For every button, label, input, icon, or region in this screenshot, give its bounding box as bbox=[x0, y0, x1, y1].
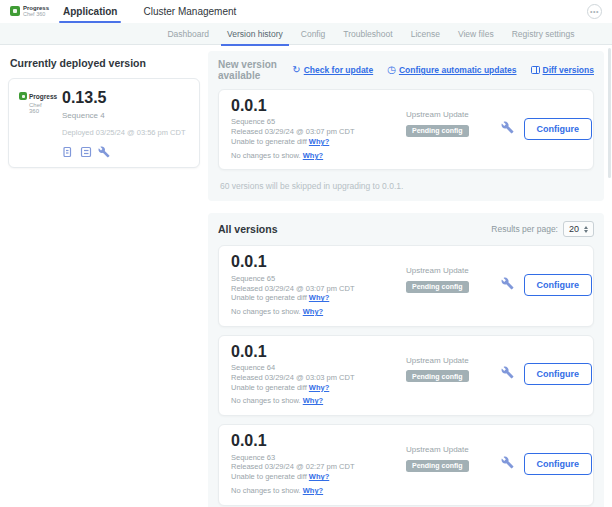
deployed-sequence: Sequence 4 bbox=[62, 111, 189, 120]
preflight-checklist-icon[interactable] bbox=[80, 146, 92, 158]
version-source: Upstream Update bbox=[406, 110, 501, 119]
version-sequence: Sequence 64 bbox=[231, 363, 406, 373]
version-number: 0.0.1 bbox=[231, 97, 406, 115]
version-row: 0.0.1 Sequence 64 Released 03/29/24 @ 03… bbox=[218, 335, 594, 416]
version-source: Upstream Update bbox=[406, 266, 501, 275]
deployed-panel-title: Currently deployed version bbox=[10, 57, 200, 69]
nav-dashboard[interactable]: Dashboard bbox=[167, 23, 209, 45]
version-source: Upstream Update bbox=[406, 445, 501, 454]
results-per-page-select[interactable]: 20 bbox=[563, 221, 594, 237]
nav-troubleshoot[interactable]: Troubleshoot bbox=[343, 23, 392, 45]
deployed-timestamp: Deployed 03/25/24 @ 03:56 pm CDT bbox=[62, 128, 189, 137]
version-released: Released 03/29/24 @ 03:03 pm CDT bbox=[231, 373, 406, 383]
diff-status-text: Unable to generate diff bbox=[231, 293, 307, 302]
tab-application[interactable]: Application bbox=[63, 0, 117, 23]
check-for-update-link[interactable]: ↻ Check for update bbox=[292, 65, 373, 75]
edit-config-wrench-icon[interactable] bbox=[501, 120, 514, 138]
new-version-title: New version available bbox=[218, 59, 292, 81]
results-per-page-value: 20 bbox=[569, 224, 579, 234]
changes-text: No changes to show. bbox=[231, 396, 301, 405]
refresh-icon: ↻ bbox=[292, 65, 300, 75]
skip-versions-note: 60 versions will be skipped in upgrading… bbox=[220, 181, 594, 191]
edit-config-wrench-icon[interactable] bbox=[501, 276, 514, 294]
version-diff-icon[interactable] bbox=[62, 146, 74, 158]
version-number: 0.0.1 bbox=[231, 343, 406, 361]
diff-status-text: Unable to generate diff bbox=[231, 472, 307, 481]
clock-icon: ◷ bbox=[387, 65, 396, 75]
changes-text: No changes to show. bbox=[231, 307, 301, 316]
status-badge: Pending config bbox=[406, 460, 469, 472]
deployed-version-number: 0.13.5 bbox=[62, 89, 189, 107]
status-badge: Pending config bbox=[406, 370, 469, 382]
deployed-app-logo: Progress Chef 360 bbox=[19, 89, 53, 158]
results-per-page-label: Results per page: bbox=[491, 224, 558, 234]
changes-why-link[interactable]: Why? bbox=[303, 486, 323, 495]
diff-why-link[interactable]: Why? bbox=[309, 472, 329, 481]
diff-status-text: Unable to generate diff bbox=[231, 137, 307, 146]
product-name: Chef 360 bbox=[23, 12, 49, 18]
version-row: 0.0.1 Sequence 63 Released 03/29/24 @ 02… bbox=[218, 424, 594, 505]
stepper-arrows-icon bbox=[584, 226, 588, 234]
diff-versions-link[interactable]: Diff versions bbox=[531, 65, 595, 75]
changes-why-link[interactable]: Why? bbox=[303, 307, 323, 316]
changes-text: No changes to show. bbox=[231, 486, 301, 495]
new-version-section: New version available ↻ Check for update… bbox=[208, 51, 604, 201]
version-source: Upstream Update bbox=[406, 356, 501, 365]
deployed-version-card: Progress Chef 360 0.13.5 Sequence 4 Depl… bbox=[8, 78, 200, 168]
nav-config[interactable]: Config bbox=[301, 23, 326, 45]
diff-columns-icon bbox=[531, 66, 540, 74]
configure-button[interactable]: Configure bbox=[524, 274, 593, 296]
brand-logo-icon bbox=[10, 6, 20, 16]
diff-why-link[interactable]: Why? bbox=[309, 383, 329, 392]
brand-name: Progress bbox=[29, 93, 57, 100]
app-logo: Progress Chef 360 bbox=[10, 5, 49, 18]
all-versions-section: All versions Results per page: 20 0.0.1 … bbox=[208, 213, 604, 507]
configure-button[interactable]: Configure bbox=[524, 453, 593, 475]
edit-config-wrench-icon[interactable] bbox=[98, 146, 110, 158]
version-number: 0.0.1 bbox=[231, 432, 406, 450]
tab-cluster-management[interactable]: Cluster Management bbox=[143, 0, 236, 23]
status-badge: Pending config bbox=[406, 281, 469, 293]
nav-version-history[interactable]: Version history bbox=[227, 23, 283, 45]
version-sequence: Sequence 65 bbox=[231, 117, 406, 127]
version-released: Released 03/29/24 @ 02:27 pm CDT bbox=[231, 462, 406, 472]
version-row: 0.0.1 Sequence 65 Released 03/29/24 @ 03… bbox=[218, 245, 594, 326]
configure-button[interactable]: Configure bbox=[524, 118, 593, 140]
ellipsis-menu-button[interactable]: ••• bbox=[587, 4, 602, 19]
changes-text: No changes to show. bbox=[231, 151, 301, 160]
diff-why-link[interactable]: Why? bbox=[309, 293, 329, 302]
version-sequence: Sequence 65 bbox=[231, 274, 406, 284]
nav-registry-settings[interactable]: Registry settings bbox=[512, 23, 575, 45]
nav-view-files[interactable]: View files bbox=[458, 23, 494, 45]
scrollbar-thumb[interactable] bbox=[608, 48, 611, 178]
secondary-nav: Dashboard Version history Config Trouble… bbox=[0, 23, 612, 45]
edit-config-wrench-icon[interactable] bbox=[501, 455, 514, 473]
version-released: Released 03/29/24 @ 03:07 pm CDT bbox=[231, 127, 406, 137]
deployed-version-panel: Currently deployed version Progress Chef… bbox=[8, 51, 200, 168]
diff-status-text: Unable to generate diff bbox=[231, 383, 307, 392]
version-released: Released 03/29/24 @ 03:07 pm CDT bbox=[231, 284, 406, 294]
changes-why-link[interactable]: Why? bbox=[303, 151, 323, 160]
diff-why-link[interactable]: Why? bbox=[309, 137, 329, 146]
configure-automatic-updates-link[interactable]: ◷ Configure automatic updates bbox=[387, 65, 516, 75]
version-number: 0.0.1 bbox=[231, 253, 406, 271]
product-name: Chef 360 bbox=[29, 102, 53, 114]
version-sequence: Sequence 63 bbox=[231, 453, 406, 463]
new-version-row: 0.0.1 Sequence 65 Released 03/29/24 @ 03… bbox=[218, 89, 594, 170]
brand-logo-icon bbox=[19, 92, 27, 100]
configure-button[interactable]: Configure bbox=[524, 363, 593, 385]
edit-config-wrench-icon[interactable] bbox=[501, 365, 514, 383]
all-versions-title: All versions bbox=[218, 223, 278, 235]
app-header: Progress Chef 360 Application Cluster Ma… bbox=[0, 0, 612, 23]
status-badge: Pending config bbox=[406, 125, 469, 137]
changes-why-link[interactable]: Why? bbox=[303, 396, 323, 405]
nav-license[interactable]: License bbox=[411, 23, 440, 45]
